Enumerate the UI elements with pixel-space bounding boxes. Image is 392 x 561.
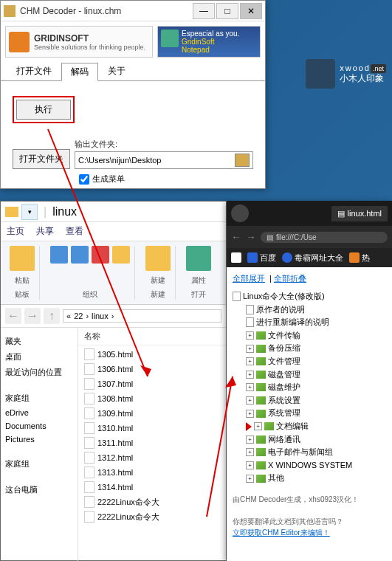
tree-item[interactable]: +文档编辑 (246, 420, 386, 433)
gridinsoft-banner[interactable]: GRIDINSOFT Sensible solutions for thinki… (5, 26, 153, 58)
bookmark-hot[interactable]: 热 (349, 252, 370, 264)
move-icon[interactable] (50, 246, 68, 264)
file-item[interactable]: 1307.html (80, 376, 224, 391)
nav-edrive[interactable]: eDrive (4, 406, 75, 419)
tree-item[interactable]: 原作者的说明 (246, 303, 386, 317)
ribbon-tab-share[interactable]: 共享 (36, 225, 54, 238)
tab-decode[interactable]: 解码 (61, 63, 98, 81)
bookmark-duba[interactable]: 毒霸网址大全 (282, 252, 343, 264)
html-file-icon (84, 378, 94, 390)
close-button[interactable]: ✕ (240, 3, 262, 19)
nav-recent[interactable]: 最近访问的位置 (4, 365, 75, 380)
expand-icon[interactable]: + (246, 396, 254, 405)
delete-icon[interactable] (92, 246, 109, 264)
file-item[interactable]: 1308.html (80, 391, 224, 406)
maximize-button[interactable]: □ (216, 3, 238, 19)
qat-dropdown[interactable]: ▾ (21, 204, 38, 220)
output-path-input[interactable] (78, 156, 232, 165)
bookmark-baidu[interactable]: 百度 (247, 252, 276, 264)
properties-icon[interactable] (186, 246, 211, 271)
file-item[interactable]: 2222Linux命令大 (80, 495, 224, 509)
tree-item[interactable]: +系统设置 (246, 394, 386, 407)
expand-icon[interactable]: + (246, 448, 254, 456)
robot-icon (306, 59, 335, 89)
ribbon-tab-view[interactable]: 查看 (66, 225, 83, 238)
file-item[interactable]: 1306.html (80, 362, 224, 376)
nav-pictures[interactable]: Pictures (4, 433, 75, 446)
html-file-icon (84, 467, 94, 478)
tree-item[interactable]: +系统管理 (246, 407, 386, 420)
nav-homegroup[interactable]: 家庭组 (4, 390, 75, 406)
tree-item[interactable]: 进行重新编译的说明 (246, 316, 386, 329)
open-folder-button[interactable]: 打开文件夹 (13, 149, 70, 169)
book-icon (256, 331, 266, 340)
tree-item[interactable]: +网络通讯 (246, 433, 386, 447)
url-bar[interactable]: ▤ file:///C:/Use (261, 232, 388, 243)
collapse-all-link[interactable]: 全部折叠 (274, 274, 306, 283)
notepad-banner[interactable]: Espeacial as you. GridinSoft Notepad (157, 26, 261, 58)
tree-item[interactable]: +磁盘管理 (246, 368, 386, 382)
paste-icon[interactable] (10, 246, 35, 271)
chm-editor-link[interactable]: 立即获取CHM Editor来编辑！ (233, 529, 330, 537)
copy-icon[interactable] (71, 246, 89, 264)
browser-back[interactable]: ← (231, 231, 241, 243)
up-button[interactable]: ↑ (44, 308, 60, 324)
browser-tab[interactable]: ▤ linux.html (331, 206, 388, 221)
file-item[interactable]: 1311.html (80, 436, 224, 450)
file-item[interactable]: 1312.html (80, 450, 224, 465)
tree-item[interactable]: +文件管理 (246, 355, 386, 368)
back-button[interactable]: ← (5, 308, 21, 324)
execute-button[interactable]: 执行 (16, 100, 71, 120)
nav-homegroup2[interactable]: 家庭组 (4, 456, 75, 472)
browse-button[interactable] (235, 154, 250, 167)
file-item[interactable]: 1305.html (80, 347, 224, 362)
nav-documents[interactable]: Documents (4, 419, 75, 433)
nav-thispc[interactable]: 这台电脑 (4, 482, 75, 498)
file-item[interactable]: 1310.html (80, 421, 224, 436)
minimize-button[interactable]: — (193, 3, 215, 19)
expand-icon[interactable]: + (246, 357, 254, 365)
file-item[interactable]: 1313.html (80, 465, 224, 480)
expand-icon[interactable]: + (246, 331, 254, 340)
bookmark-home[interactable] (231, 252, 241, 263)
tree-item[interactable]: +电子邮件与新闻组 (246, 446, 386, 459)
book-icon (256, 461, 266, 469)
help-icon (233, 292, 241, 301)
forward-button[interactable]: → (24, 308, 41, 324)
expand-icon[interactable]: + (246, 410, 254, 418)
tree-root[interactable]: Linux命令大全(修改版) (233, 290, 386, 303)
page-icon (246, 317, 254, 327)
browser-forward[interactable]: → (246, 231, 256, 243)
generate-menu-checkbox[interactable] (79, 174, 89, 185)
file-item[interactable]: 2222Linux命令大 (80, 509, 224, 524)
tab-open-file[interactable]: 打开文件 (7, 62, 61, 80)
expand-icon[interactable]: + (246, 345, 254, 353)
tree-item[interactable]: +X WINDOWS SYSTEM (246, 459, 386, 472)
expand-icon[interactable]: + (254, 422, 262, 430)
file-item[interactable]: 1309.html (80, 406, 224, 421)
tab-about[interactable]: 关于 (98, 62, 135, 80)
expand-icon[interactable]: + (246, 383, 254, 391)
expand-all-link[interactable]: 全部展开 (233, 274, 265, 283)
expand-icon[interactable]: + (246, 461, 254, 469)
tree-item[interactable]: +其他 (246, 472, 386, 485)
new-folder-icon[interactable] (145, 246, 171, 271)
ribbon-tab-home[interactable]: 主页 (7, 225, 24, 238)
file-item[interactable]: 1314.html (80, 480, 224, 495)
column-name[interactable]: 名称 (78, 328, 226, 345)
hot-icon (349, 252, 360, 263)
tree-item[interactable]: +文件传输 (246, 329, 386, 343)
address-bar[interactable]: « 22 › linux › (63, 309, 221, 323)
book-icon (256, 448, 266, 456)
expand-icon[interactable]: + (246, 371, 254, 379)
tree-item[interactable]: +磁盘维护 (246, 381, 386, 394)
nav-favorites[interactable]: 藏夹 (4, 334, 75, 349)
rename-icon[interactable] (112, 246, 130, 264)
browser-logo-icon[interactable] (231, 204, 249, 222)
expand-icon[interactable]: + (246, 436, 254, 444)
expand-icon[interactable]: + (246, 475, 254, 483)
page-icon (246, 305, 254, 314)
tree-item[interactable]: +备份压缩 (246, 342, 386, 355)
nav-desktop[interactable]: 桌面 (4, 349, 75, 365)
html-file-icon (84, 393, 94, 405)
